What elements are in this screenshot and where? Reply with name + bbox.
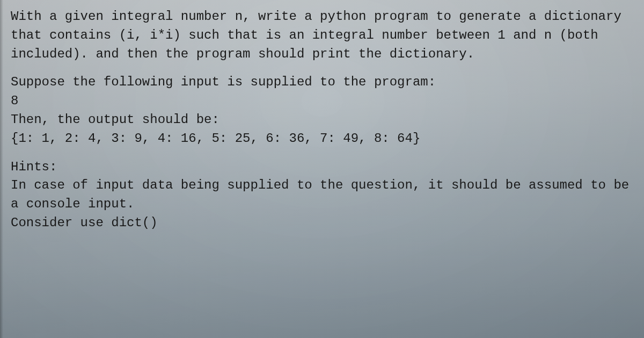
problem-statement: With a given integral number n, write a …	[11, 8, 636, 63]
left-edge-shadow	[0, 0, 3, 338]
hints: Hints: In case of input data being suppl…	[11, 158, 636, 233]
example-io: Suppose the following input is supplied …	[11, 73, 636, 148]
